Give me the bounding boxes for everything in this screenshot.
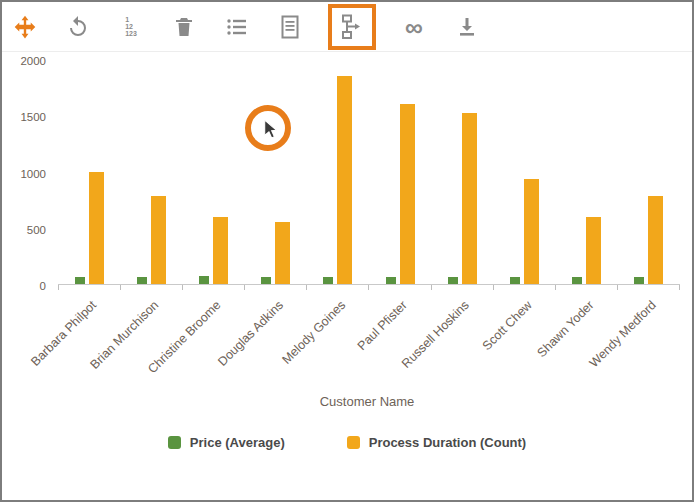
bar[interactable] <box>572 277 582 284</box>
bar[interactable] <box>648 196 663 284</box>
bar[interactable] <box>275 222 290 284</box>
bar-group <box>493 179 555 284</box>
y-tick-label: 1000 <box>20 168 46 180</box>
bar-group <box>556 217 618 285</box>
bar[interactable] <box>151 196 166 284</box>
bar[interactable] <box>213 217 228 285</box>
x-label-cell: Wendy Medford <box>618 290 680 390</box>
flowchart-highlight-box <box>328 4 376 50</box>
bar-group <box>120 196 182 284</box>
trash-icon <box>172 15 196 39</box>
bar[interactable] <box>89 172 104 285</box>
bar[interactable] <box>323 277 333 284</box>
flowchart-icon <box>340 14 364 40</box>
delete-button[interactable] <box>169 10 199 44</box>
bar-chart: 0500100015002000 Barbara PhilpotBrian Mu… <box>2 54 692 450</box>
legend-label: Price (Average) <box>190 435 285 450</box>
refresh-button[interactable] <box>63 10 93 44</box>
bar-group <box>431 113 493 284</box>
x-axis-label: Barbara Philpot <box>28 298 99 369</box>
bar[interactable] <box>462 113 477 284</box>
bar[interactable] <box>448 277 458 284</box>
move-icon <box>12 14 38 40</box>
y-tick-label: 0 <box>40 280 46 292</box>
bar[interactable] <box>199 276 209 284</box>
y-axis: 0500100015002000 <box>2 60 58 285</box>
mouse-cursor-icon <box>263 119 278 139</box>
legend-swatch <box>168 436 181 449</box>
x-axis-title: Customer Name <box>2 394 692 409</box>
y-tick-label: 1500 <box>20 111 46 123</box>
bar-group <box>307 76 369 284</box>
cursor-highlight-ring <box>245 105 291 151</box>
y-tick-label: 500 <box>27 224 46 236</box>
bar[interactable] <box>510 277 520 284</box>
list-button[interactable] <box>222 10 252 44</box>
infinity-icon: ∞ <box>405 17 423 37</box>
x-axis-labels: Barbara PhilpotBrian MurchisonChristine … <box>58 290 680 390</box>
move-button[interactable] <box>10 10 40 44</box>
report-button[interactable] <box>275 10 305 44</box>
legend: Price (Average)Process Duration (Count) <box>2 435 692 450</box>
legend-label: Process Duration (Count) <box>369 435 526 450</box>
bar[interactable] <box>634 277 644 284</box>
bar[interactable] <box>400 104 415 284</box>
legend-item[interactable]: Process Duration (Count) <box>347 435 526 450</box>
bar[interactable] <box>524 179 539 284</box>
flowchart-button[interactable] <box>337 10 367 44</box>
bars <box>58 60 680 285</box>
bar-group <box>369 104 431 284</box>
bar-group <box>182 217 244 285</box>
legend-swatch <box>347 436 360 449</box>
bar[interactable] <box>586 217 601 285</box>
toolbar: 1 12 123 <box>2 2 692 52</box>
download-button[interactable] <box>452 10 482 44</box>
legend-item[interactable]: Price (Average) <box>168 435 285 450</box>
refresh-icon <box>66 15 90 39</box>
plot-area: Barbara PhilpotBrian MurchisonChristine … <box>58 60 680 390</box>
numeric-sort-icon: 1 12 123 <box>125 16 137 37</box>
app-window: 1 12 123 <box>0 0 694 502</box>
bar[interactable] <box>337 76 352 284</box>
bar[interactable] <box>75 277 85 284</box>
bar[interactable] <box>261 277 271 284</box>
list-icon <box>225 15 249 39</box>
y-tick-label: 2000 <box>20 55 46 67</box>
infinity-button[interactable]: ∞ <box>399 10 429 44</box>
bar-group <box>618 196 680 284</box>
bar[interactable] <box>386 277 396 284</box>
bar-group <box>58 172 120 285</box>
numeric-sort-button[interactable]: 1 12 123 <box>116 10 146 44</box>
bar-group <box>245 222 307 284</box>
download-icon <box>455 15 479 39</box>
report-icon <box>279 15 301 39</box>
bar[interactable] <box>137 277 147 284</box>
